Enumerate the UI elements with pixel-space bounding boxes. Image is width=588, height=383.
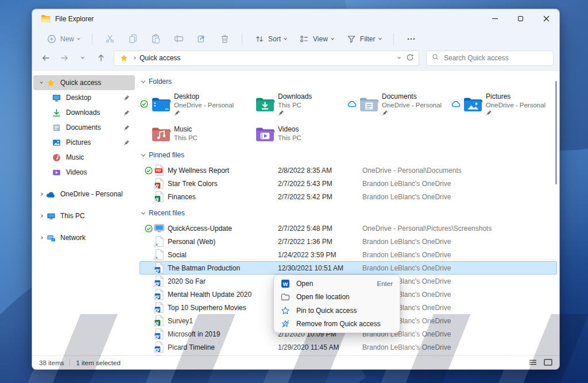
chevron-right-icon[interactable] (37, 215, 46, 217)
pin-icon (123, 125, 130, 131)
thispc-icon (46, 211, 56, 220)
file-row-quickaccess-update[interactable]: QuickAccess-Update2/7/2022 5:48 PMOneDri… (140, 222, 557, 235)
section-header-pinned-files[interactable]: Pinned files (140, 149, 557, 161)
sidebar-item-label: Videos (66, 168, 130, 176)
section-header-folders[interactable]: Folders (140, 75, 557, 88)
large-icons-view-icon[interactable] (544, 359, 552, 367)
sidebar-item-desktop[interactable]: Desktop (33, 90, 135, 105)
folders-grid: DesktopOneDrive - PersonalDownloadsThis … (140, 91, 557, 146)
section-header-recent-files[interactable]: Recent files (140, 207, 557, 219)
back-button[interactable] (38, 50, 54, 66)
collapse-chevron-icon[interactable] (141, 152, 145, 156)
sidebar-item-quick-access[interactable]: Quick access (33, 75, 135, 90)
word-file-icon: W (154, 275, 168, 287)
chevron-down-icon (77, 36, 80, 40)
chevron-right-icon[interactable] (37, 193, 46, 195)
file-location: Brandon LeBlanc's OneDrive (362, 343, 556, 351)
paste-button[interactable] (145, 31, 166, 47)
refresh-icon[interactable] (406, 53, 414, 63)
collapse-chevron-icon[interactable] (141, 210, 145, 214)
see-more-button[interactable] (401, 31, 421, 47)
word-badge-icon: W (281, 279, 290, 288)
details-view-icon[interactable] (529, 359, 537, 367)
status-cloud-icon (347, 100, 357, 107)
folder-name: Desktop (174, 92, 234, 101)
forward-button[interactable] (56, 50, 72, 66)
pin-icon (123, 140, 130, 146)
close-button[interactable] (533, 9, 559, 28)
context-menu-item-remove-from-quick-access[interactable]: Remove from Quick access (274, 318, 400, 331)
folder-tile-videos[interactable]: VideosThis PC (243, 121, 347, 146)
folder-tile-pictures[interactable]: PicturesOneDrive - Personal (451, 91, 555, 117)
file-name: Star Trek Colors (168, 180, 278, 188)
pictures-icon (52, 138, 61, 147)
xls-file-icon: X (154, 191, 168, 203)
sidebar-item-downloads[interactable]: Downloads (33, 105, 135, 120)
sidebar-item-pictures[interactable]: Pictures (33, 135, 135, 150)
folder-tile-documents[interactable]: DocumentsOneDrive - Personal (347, 91, 451, 117)
sidebar-item-this-pc[interactable]: This PC (33, 208, 135, 223)
share-button[interactable] (191, 31, 212, 47)
address-bar[interactable]: Quick access (114, 51, 419, 66)
sidebar-item-label: Desktop (66, 94, 123, 102)
desktop-wallpaper: File Explorer New (0, 0, 588, 383)
file-row-picard-timeline[interactable]: WPicard Timeline1/29/2020 11:45 AMBrando… (140, 341, 557, 354)
section-title: Pinned files (149, 151, 184, 159)
copy-button[interactable] (122, 31, 143, 47)
search-input[interactable] (444, 54, 548, 62)
file-row-finances[interactable]: XFinances2/7/2022 5:42 PMBrandon LeBlanc… (140, 190, 557, 203)
context-menu-item-open[interactable]: WOpenEnter (274, 277, 400, 291)
sidebar-item-videos[interactable]: Videos (33, 165, 135, 180)
chevron-right-icon[interactable] (37, 237, 46, 239)
search-icon (432, 53, 439, 63)
view-button-label: View (313, 35, 328, 43)
file-date: 1/24/2022 3:59 PM (278, 251, 362, 259)
chevron-down-icon (284, 36, 287, 40)
context-menu-item-open-file-location[interactable]: Open file location (274, 291, 400, 304)
context-menu-label: Open (296, 280, 371, 288)
sidebar-item-music[interactable]: Music (33, 150, 135, 165)
cut-button[interactable] (99, 31, 120, 47)
new-button[interactable]: New (41, 31, 85, 47)
address-dropdown-icon[interactable] (397, 56, 401, 59)
folder-tile-desktop[interactable]: DesktopOneDrive - Personal (140, 91, 243, 117)
recent-locations-button[interactable] (75, 50, 91, 66)
folder-tile-downloads[interactable]: DownloadsThis PC (243, 91, 347, 117)
up-button[interactable] (93, 50, 109, 66)
delete-button[interactable] (214, 31, 235, 47)
rename-button[interactable] (168, 31, 189, 47)
scrollbar-thumb[interactable] (555, 81, 557, 184)
chevron-down-icon (378, 36, 382, 40)
collapse-chevron-icon[interactable] (141, 79, 145, 83)
pin-icon (123, 110, 130, 116)
sidebar-item-network[interactable]: Network (33, 230, 135, 245)
file-row-the-batman-production[interactable]: WThe Batman Production12/30/2021 10:51 A… (140, 261, 557, 274)
file-row-star-trek-colors[interactable]: PStar Trek Colors2/7/2022 5:43 PMBrandon… (140, 177, 557, 190)
context-menu-item-pin-to-quick-access[interactable]: Pin to Quick access (274, 304, 400, 318)
sidebar-item-onedrive-personal[interactable]: OneDrive - Personal (33, 187, 135, 202)
file-name: Top 10 Superhero Movies (168, 304, 278, 312)
view-button[interactable]: View (294, 31, 339, 47)
breadcrumb[interactable]: Quick access (140, 54, 394, 62)
folder-tile-music[interactable]: MusicThis PC (140, 121, 243, 146)
file-row-personal-web[interactable]: Personal (Web)2/7/2022 1:36 PMBrandon Le… (140, 235, 557, 248)
file-row-item[interactable] (140, 354, 557, 355)
maximize-button[interactable] (508, 9, 533, 28)
file-row-my-wellness-report[interactable]: PDFMy Wellness Report2/8/2022 8:35 AMOne… (140, 164, 557, 177)
plus-circle-icon (47, 34, 57, 44)
chevron-down-icon (331, 36, 334, 40)
file-name: QuickAccess-Update (168, 225, 278, 233)
sidebar-item-documents[interactable]: Documents (33, 120, 135, 135)
star-slash-icon (281, 319, 290, 328)
minimize-button[interactable] (482, 9, 508, 28)
file-name: The Batman Production (168, 264, 278, 272)
chevron-down-icon[interactable] (37, 82, 46, 84)
trash-icon (219, 34, 230, 44)
file-name: Social (168, 251, 278, 259)
scrollbar[interactable] (554, 76, 559, 350)
search-box[interactable] (426, 51, 554, 66)
sort-button[interactable]: Sort (249, 31, 292, 47)
folder-location: This PC (278, 101, 312, 109)
file-row-social[interactable]: Social1/24/2022 3:59 PMBrandon LeBlanc's… (140, 248, 557, 261)
filter-button[interactable]: Filter (341, 31, 386, 47)
